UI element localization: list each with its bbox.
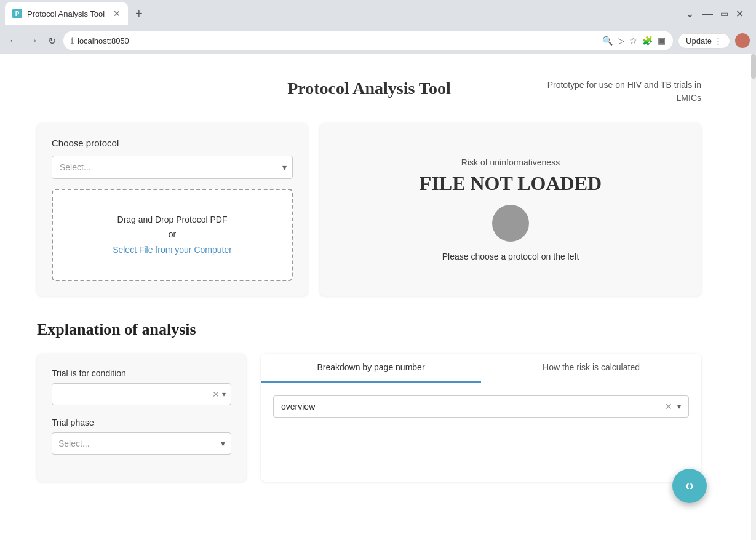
app-title: Protocol Analysis Tool bbox=[209, 79, 529, 98]
overview-value: overview bbox=[281, 402, 660, 411]
tab-favicon: P bbox=[12, 9, 22, 18]
scrollbar-thumb[interactable] bbox=[751, 54, 756, 79]
risk-status: FILE NOT LOADED bbox=[420, 172, 602, 195]
protocol-select[interactable]: Select... bbox=[52, 156, 293, 179]
info-icon: ℹ bbox=[71, 36, 74, 46]
explanation-title: Explanation of analysis bbox=[37, 320, 701, 339]
page-content: Protocol Analysis Tool Prototype for use… bbox=[0, 54, 756, 540]
filter-panel: Trial is for condition ✕ ▾ Trial phase S… bbox=[37, 354, 246, 482]
risk-gauge-indicator bbox=[492, 205, 529, 242]
active-tab[interactable]: P Protocol Analysis Tool ✕ bbox=[5, 2, 128, 25]
page-header: Protocol Analysis Tool Prototype for use… bbox=[37, 66, 701, 105]
new-tab-button[interactable]: + bbox=[130, 7, 148, 21]
overview-clear-icon[interactable]: ✕ bbox=[665, 402, 672, 411]
back-button[interactable]: ← bbox=[6, 33, 21, 49]
risk-panel: Risk of uninformativeness FILE NOT LOADE… bbox=[320, 123, 701, 296]
address-input[interactable]: ℹ localhost:8050 🔍 ▷ ☆ 🧩 ▣ bbox=[63, 31, 673, 50]
browser-chrome: P Protocol Analysis Tool ✕ + ⌄ — ▭ ✕ ← →… bbox=[0, 0, 756, 54]
search-icon[interactable]: 🔍 bbox=[602, 36, 613, 46]
url-text: localhost:8050 bbox=[78, 36, 599, 46]
address-toolbar-icons: 🔍 ▷ ☆ 🧩 ▣ bbox=[602, 36, 666, 46]
fab-button[interactable]: ‹› bbox=[672, 469, 707, 503]
risk-subtitle: Risk of uninformativeness bbox=[461, 157, 560, 167]
protocol-select-wrap: Select... ▾ bbox=[52, 156, 293, 179]
cast-icon[interactable]: ▷ bbox=[618, 36, 624, 46]
overflow-icon[interactable]: ⌄ bbox=[685, 7, 694, 20]
tabs-header: Breakdown by page number How the risk is… bbox=[261, 354, 701, 383]
update-button[interactable]: Update ⋮ bbox=[678, 33, 730, 49]
condition-clear-icon[interactable]: ✕ bbox=[212, 389, 220, 399]
main-content: Protocol Analysis Tool Prototype for use… bbox=[0, 54, 738, 506]
prototype-description: Prototype for use on HIV and TB trials i… bbox=[529, 79, 701, 105]
choose-protocol-panel: Choose protocol Select... ▾ Drag and Dro… bbox=[37, 123, 308, 296]
refresh-button[interactable]: ↻ bbox=[46, 33, 58, 49]
phase-label: Trial phase bbox=[52, 418, 231, 427]
overview-select[interactable]: overview ✕ ▾ bbox=[273, 395, 689, 418]
tab-title-text: Protocol Analysis Tool bbox=[27, 9, 105, 18]
toolbar-right: Update ⋮ bbox=[678, 33, 750, 49]
user-avatar[interactable] bbox=[735, 33, 750, 48]
drop-text: Drag and Drop Protocol PDF bbox=[65, 215, 279, 224]
close-button[interactable]: ✕ bbox=[736, 8, 744, 20]
bottom-panels: Trial is for condition ✕ ▾ Trial phase S… bbox=[37, 354, 701, 482]
condition-select[interactable]: ✕ ▾ bbox=[52, 383, 231, 405]
tab-risk-calc[interactable]: How the risk is calculated bbox=[481, 354, 701, 383]
fab-icon: ‹› bbox=[685, 478, 694, 494]
address-bar: ← → ↻ ℹ localhost:8050 🔍 ▷ ☆ 🧩 ▣ Update … bbox=[0, 27, 756, 54]
maximize-button[interactable]: ▭ bbox=[720, 9, 728, 18]
condition-dropdown-icon[interactable]: ▾ bbox=[222, 390, 226, 399]
tabs-content: overview ✕ ▾ bbox=[261, 383, 701, 430]
condition-label: Trial is for condition bbox=[52, 368, 231, 378]
tabs-panel: Breakdown by page number How the risk is… bbox=[261, 354, 701, 482]
minimize-button[interactable]: — bbox=[702, 7, 713, 20]
select-file-link[interactable]: Select File from your Computer bbox=[113, 245, 232, 255]
tab-close-button[interactable]: ✕ bbox=[113, 9, 121, 18]
risk-message: Please choose a protocol on the left bbox=[442, 252, 579, 261]
bookmark-icon[interactable]: ☆ bbox=[629, 36, 637, 46]
extensions-icon[interactable]: 🧩 bbox=[642, 36, 653, 46]
choose-protocol-label: Choose protocol bbox=[52, 138, 293, 148]
scrollbar[interactable] bbox=[751, 54, 756, 540]
tab-breakdown[interactable]: Breakdown by page number bbox=[261, 354, 481, 383]
condition-input[interactable] bbox=[57, 389, 210, 399]
phase-select[interactable]: Select... bbox=[52, 432, 231, 455]
overview-dropdown-icon[interactable]: ▾ bbox=[677, 402, 681, 411]
phase-select-wrap: Select... ▾ bbox=[52, 432, 231, 455]
forward-button[interactable]: → bbox=[26, 33, 41, 49]
tab-bar: P Protocol Analysis Tool ✕ + ⌄ — ▭ ✕ bbox=[0, 0, 756, 27]
sidebar-icon[interactable]: ▣ bbox=[658, 36, 666, 46]
drop-or-text: or bbox=[65, 229, 279, 239]
drop-zone[interactable]: Drag and Drop Protocol PDF or Select Fil… bbox=[52, 189, 293, 281]
update-menu-icon: ⋮ bbox=[714, 36, 722, 46]
main-panels: Choose protocol Select... ▾ Drag and Dro… bbox=[37, 123, 701, 296]
